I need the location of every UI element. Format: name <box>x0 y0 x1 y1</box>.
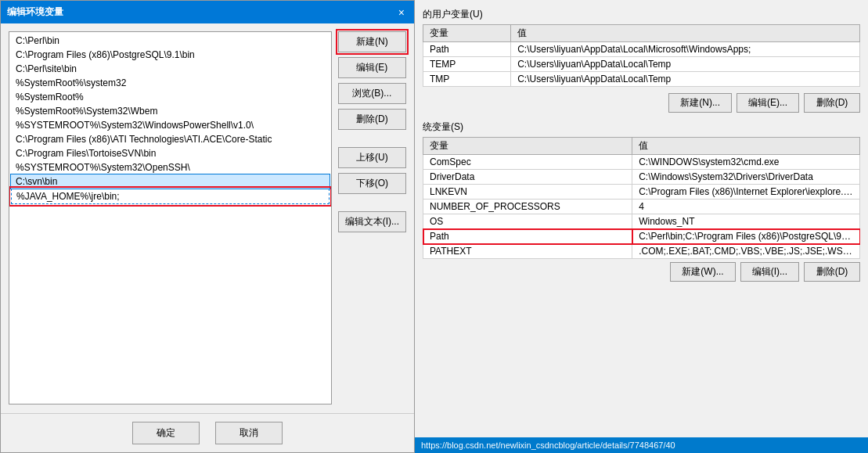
path-list-item[interactable]: %SystemRoot% <box>11 90 330 104</box>
table-row[interactable]: NUMBER_OF_PROCESSORS4 <box>423 200 860 214</box>
path-list[interactable]: C:\Perl\binC:\Program Files (x86)\Postgr… <box>9 31 332 404</box>
table-row[interactable]: LNKEVNC:\Program Files (x86)\Internet Ex… <box>423 185 860 200</box>
path-list-item[interactable]: %SystemRoot%\System32\Wbem <box>11 104 330 118</box>
var-value-cell: C:\Users\liyuan\AppData\Local\Temp <box>511 57 860 72</box>
path-list-item[interactable]: %SystemRoot%\system32 <box>11 76 330 90</box>
path-list-item[interactable]: C:\Program Files (x86)\ATI Technologies\… <box>11 132 330 146</box>
var-name-cell: PATHEXT <box>423 244 632 259</box>
sys-vars-section: 统变量(S) 变量 值 ComSpecC:\WINDOWS\system32\c… <box>423 120 860 282</box>
var-name-cell: OS <box>423 214 632 229</box>
browse-path-button[interactable]: 浏览(B)... <box>338 83 406 104</box>
var-name-cell: TMP <box>423 72 511 87</box>
sys-vars-scroll[interactable]: 变量 值 ComSpecC:\WINDOWS\system32\cmd.exeD… <box>423 137 860 262</box>
path-list-item[interactable]: C:\Perl\bin <box>11 34 330 48</box>
var-value-cell: 4 <box>632 200 860 214</box>
path-list-item[interactable]: %SYSTEMROOT%\System32\WindowsPowerShell\… <box>11 118 330 132</box>
user-var-col-name: 变量 <box>423 25 511 42</box>
ok-button[interactable]: 确定 <box>132 422 200 444</box>
var-name-cell: NUMBER_OF_PROCESSORS <box>423 200 632 214</box>
var-name-cell: Path <box>423 229 632 244</box>
dialog-titlebar: 编辑环境变量 × <box>1 1 414 23</box>
table-row[interactable]: PATHEXT.COM;.EXE;.BAT;.CMD;.VBS;.VBE;.JS… <box>423 244 860 259</box>
table-row[interactable]: TMPC:\Users\liyuan\AppData\Local\Temp <box>423 72 860 87</box>
cancel-button[interactable]: 取消 <box>215 422 283 444</box>
path-list-item[interactable]: C:\Perl\site\bin <box>11 62 330 76</box>
sys-var-col-value: 值 <box>632 138 860 155</box>
user-vars-section: 的用户变量(U) 变量 值 PathC:\Users\liyuan\AppDat… <box>423 8 860 113</box>
edit-env-dialog: 编辑环境变量 × C:\Perl\binC:\Program Files (x8… <box>0 0 415 453</box>
edit-text-button[interactable]: 编辑文本(I)... <box>338 211 406 232</box>
user-delete-button[interactable]: 删除(D) <box>804 93 860 113</box>
table-row[interactable]: TEMPC:\Users\liyuan\AppData\Local\Temp <box>423 57 860 72</box>
new-path-button[interactable]: 新建(N) <box>338 31 406 52</box>
table-row[interactable]: PathC:\Users\liyuan\AppData\Local\Micros… <box>423 42 860 57</box>
var-name-cell: Path <box>423 42 511 57</box>
table-row[interactable]: OSWindows_NT <box>423 214 860 229</box>
var-name-cell: TEMP <box>423 57 511 72</box>
right-panel: 的用户变量(U) 变量 值 PathC:\Users\liyuan\AppDat… <box>415 0 868 453</box>
table-row[interactable]: DriverDataC:\Windows\System32\Drivers\Dr… <box>423 170 860 185</box>
dialog-title: 编辑环境变量 <box>7 5 63 19</box>
sys-vars-title: 统变量(S) <box>423 120 860 134</box>
sys-edit-button[interactable]: 编辑(I)... <box>740 262 799 282</box>
user-edit-button[interactable]: 编辑(E)... <box>737 93 799 113</box>
user-vars-title: 的用户变量(U) <box>423 8 860 21</box>
user-vars-table: 变量 值 PathC:\Users\liyuan\AppData\Local\M… <box>423 24 860 87</box>
dialog-footer: 确定 取消 <box>1 413 414 452</box>
table-row[interactable]: PathC:\Perl\bin;C:\Program Files (x86)\P… <box>423 229 860 244</box>
path-list-item[interactable]: C:\Program Files (x86)\PostgreSQL\9.1\bi… <box>11 48 330 62</box>
user-vars-buttons: 新建(N)... 编辑(E)... 删除(D) <box>423 93 860 113</box>
table-row[interactable]: ComSpecC:\WINDOWS\system32\cmd.exe <box>423 155 860 170</box>
path-list-item[interactable]: C:\svn\bin <box>11 174 330 189</box>
var-name-cell: DriverData <box>423 170 632 185</box>
edit-path-button[interactable]: 编辑(E) <box>338 57 406 78</box>
sys-new-button[interactable]: 新建(W)... <box>670 262 735 282</box>
sys-vars-scroll-wrapper: 变量 值 ComSpecC:\WINDOWS\system32\cmd.exeD… <box>423 137 860 262</box>
var-value-cell: C:\Program Files (x86)\Internet Explorer… <box>632 185 860 200</box>
dialog-content-area: C:\Perl\binC:\Program Files (x86)\Postgr… <box>1 23 414 412</box>
var-value-cell: C:\Users\liyuan\AppData\Local\Microsoft\… <box>511 42 860 57</box>
user-var-col-value: 值 <box>511 25 860 42</box>
user-new-button[interactable]: 新建(N)... <box>668 93 732 113</box>
path-list-item[interactable]: %JAVA_HOME%\jre\bin; <box>11 189 330 204</box>
dialog-close-button[interactable]: × <box>395 7 408 18</box>
delete-path-button[interactable]: 删除(D) <box>338 109 406 130</box>
var-name-cell: ComSpec <box>423 155 632 170</box>
move-up-button[interactable]: 上移(U) <box>338 147 406 168</box>
var-value-cell: .COM;.EXE;.BAT;.CMD;.VBS;.VBE;.JS;.JSE;.… <box>632 244 860 259</box>
side-buttons-panel: 新建(N) 编辑(E) 浏览(B)... 删除(D) 上移(U) 下移(O) 编… <box>338 31 406 404</box>
var-value-cell: C:\Users\liyuan\AppData\Local\Temp <box>511 72 860 87</box>
sys-var-col-name: 变量 <box>423 138 632 155</box>
status-bar: https://blog.csdn.net/newlixin_csdncblog… <box>415 437 868 453</box>
var-value-cell: C:\WINDOWS\system32\cmd.exe <box>632 155 860 170</box>
move-down-button[interactable]: 下移(O) <box>338 173 406 194</box>
sys-vars-table: 变量 值 ComSpecC:\WINDOWS\system32\cmd.exeD… <box>423 137 860 259</box>
sys-vars-buttons: 新建(W)... 编辑(I)... 删除(D) <box>423 262 860 282</box>
var-value-cell: C:\Perl\bin;C:\Program Files (x86)\Postg… <box>632 229 860 244</box>
path-list-item[interactable]: C:\Program Files\TortoiseSVN\bin <box>11 146 330 160</box>
path-list-item[interactable]: %SYSTEMROOT%\System32\OpenSSH\ <box>11 160 330 174</box>
var-value-cell: Windows_NT <box>632 214 860 229</box>
status-bar-text: https://blog.csdn.net/newlixin_csdncblog… <box>421 440 675 450</box>
var-value-cell: C:\Windows\System32\Drivers\DriverData <box>632 170 860 185</box>
var-name-cell: LNKEVN <box>423 185 632 200</box>
sys-delete-button[interactable]: 删除(D) <box>804 262 860 282</box>
